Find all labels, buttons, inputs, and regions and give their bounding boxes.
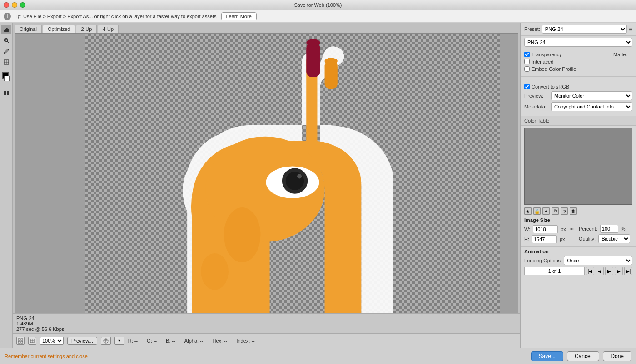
width-input[interactable]: 1018 xyxy=(533,225,558,233)
learn-more-button[interactable]: Learn More xyxy=(221,12,257,20)
height-input[interactable]: 1547 xyxy=(532,235,557,243)
zoom-select[interactable]: 100% 50% 200% xyxy=(40,337,64,345)
quality-select[interactable]: Bicubic Bilinear Nearest xyxy=(598,234,630,243)
actual-size-icon[interactable] xyxy=(28,337,36,345)
svg-rect-0 xyxy=(5,29,6,32)
interlaced-row: Interlaced xyxy=(524,59,632,64)
first-frame-button[interactable]: |◀ xyxy=(586,267,594,275)
color-table-menu-icon[interactable]: ≡ xyxy=(630,118,632,123)
toggle-view[interactable] xyxy=(1,88,11,98)
slice-tool[interactable] xyxy=(1,57,11,67)
animation-title: Animation xyxy=(524,249,632,254)
metadata-row: Metadata: Copyright and Contact Info Non… xyxy=(524,102,632,111)
prev-frame-button[interactable]: ◀ xyxy=(596,267,604,275)
tip-bar: i Tip: Use File > Export > Export As... … xyxy=(0,10,636,23)
eyedropper-tool[interactable] xyxy=(1,46,11,56)
tab-4up[interactable]: 4-Up xyxy=(98,25,119,33)
width-px-label: px xyxy=(561,226,566,232)
convert-srgb-checkbox[interactable] xyxy=(524,84,530,89)
quality-row: Quality: Bicubic Bilinear Nearest xyxy=(579,234,630,243)
image-size-section: Image Size W: 1018 px ⚭ H: 1547 px xyxy=(521,216,636,247)
restore-color-icon[interactable]: ↺ xyxy=(561,207,568,215)
lock-color-icon[interactable]: 🔒 xyxy=(533,207,541,215)
status-bar: PNG-24 1.489M 277 sec @ 56.6 Kbps xyxy=(13,313,520,333)
alpha-value: Alpha: -- xyxy=(184,338,204,344)
copy-color-icon[interactable]: ⧉ xyxy=(552,207,559,215)
svg-rect-30 xyxy=(21,339,23,340)
minimize-button[interactable] xyxy=(12,2,17,8)
main-area: Original Optimized 2-Up 4-Up xyxy=(0,23,636,348)
svg-rect-32 xyxy=(21,341,23,343)
color-table-header: Color Table ≡ xyxy=(521,116,636,126)
interlaced-checkbox[interactable] xyxy=(524,59,530,64)
delete-color-icon[interactable]: 🗑 xyxy=(570,207,577,215)
preview-select[interactable]: Monitor Color sRGB xyxy=(551,91,632,100)
quality-label: Quality: xyxy=(579,236,596,241)
maximize-button[interactable] xyxy=(20,2,25,8)
giraffe-illustration xyxy=(85,34,500,313)
remap-icon[interactable]: ◈ xyxy=(524,207,532,215)
interlaced-label: Interlaced xyxy=(532,59,553,64)
preview-button[interactable]: Preview... xyxy=(67,337,97,345)
animation-section: Animation Looping Options: Once Forever … xyxy=(521,247,636,277)
svg-point-26 xyxy=(297,174,302,179)
cancel-button[interactable]: Cancel xyxy=(567,351,599,361)
fit-screen-icon[interactable] xyxy=(16,337,25,345)
hex-value: Hex: -- xyxy=(212,338,227,344)
info-icon: i xyxy=(4,13,11,20)
last-frame-button[interactable]: ▶| xyxy=(624,267,632,275)
tab-2up[interactable]: 2-Up xyxy=(76,25,97,33)
b-value: B: -- xyxy=(166,338,175,344)
preset-row: Preset: PNG-24 GIF 128 Dithered JPEG Hig… xyxy=(521,23,636,36)
matte-label: Matte: xyxy=(613,52,627,57)
preset-select[interactable]: PNG-24 GIF 128 Dithered JPEG High PNG-8 xyxy=(542,25,627,34)
svg-line-7 xyxy=(7,41,9,43)
zoom-tool[interactable] xyxy=(1,35,11,45)
transparency-checkbox[interactable] xyxy=(524,52,530,57)
status-time: 277 sec @ 56.6 Kbps xyxy=(16,326,517,332)
image-size-title: Image Size xyxy=(524,217,632,223)
done-button[interactable]: Done xyxy=(603,351,631,361)
height-row: H: 1547 px xyxy=(524,235,575,243)
close-button[interactable] xyxy=(4,2,9,8)
browser-icon[interactable] xyxy=(101,337,111,345)
preset-menu-icon[interactable]: ≡ xyxy=(629,25,632,33)
svg-point-28 xyxy=(201,253,228,290)
convert-srgb-label: Convert to sRGB xyxy=(532,84,569,89)
index-value: Index: -- xyxy=(236,338,254,344)
settings-icon[interactable]: ▾ xyxy=(114,337,124,345)
background-color[interactable] xyxy=(4,76,10,81)
svg-point-25 xyxy=(286,172,304,190)
looping-select[interactable]: Once Forever xyxy=(564,256,632,265)
next-frame-button[interactable]: ▶ xyxy=(615,267,623,275)
link-icon: ⚭ xyxy=(569,225,575,234)
tab-optimized[interactable]: Optimized xyxy=(43,25,75,33)
embed-profile-label: Embed Color Profile xyxy=(532,66,576,72)
tab-original[interactable]: Original xyxy=(15,25,42,33)
add-color-icon[interactable]: + xyxy=(542,207,550,215)
color-table-icons: ◈ 🔒 + ⧉ ↺ 🗑 xyxy=(521,207,636,216)
play-button[interactable]: ▶ xyxy=(605,267,613,275)
toolbar-divider xyxy=(2,69,10,69)
window-title: Save for Web (100%) xyxy=(294,2,342,8)
format-select[interactable]: PNG-24 GIF JPEG PNG-8 xyxy=(524,38,632,47)
hand-tool[interactable] xyxy=(1,25,11,34)
format-row: PNG-24 GIF JPEG PNG-8 xyxy=(521,36,636,49)
percent-label: Percent: xyxy=(579,226,597,231)
convert-srgb-row: Convert to sRGB xyxy=(524,84,632,89)
svg-rect-2 xyxy=(7,28,8,32)
embed-profile-checkbox[interactable] xyxy=(524,66,530,72)
svg-rect-4 xyxy=(8,29,9,32)
svg-rect-14 xyxy=(4,91,6,93)
metadata-select[interactable]: Copyright and Contact Info None All xyxy=(551,102,632,111)
window-controls[interactable] xyxy=(4,2,25,8)
svg-rect-17 xyxy=(7,93,9,95)
save-button[interactable]: Save... xyxy=(531,351,563,361)
left-toolbar xyxy=(0,23,13,348)
width-label: W: xyxy=(524,226,530,232)
percent-input[interactable]: 100 xyxy=(600,225,618,233)
action-bar: Remember current settings and close Save… xyxy=(0,348,636,364)
color-swatches[interactable] xyxy=(1,72,11,83)
image-preview[interactable] xyxy=(85,34,500,313)
preview-container xyxy=(15,33,518,313)
